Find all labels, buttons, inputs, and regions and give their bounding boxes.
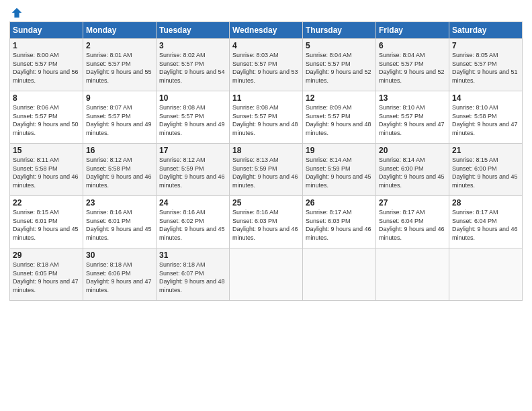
calendar-day-cell: 2Sunrise: 8:01 AMSunset: 5:57 PMDaylight… [83, 39, 157, 91]
day-info: Sunrise: 8:12 AMSunset: 5:58 PMDaylight:… [86, 156, 152, 189]
day-number: 26 [306, 198, 373, 208]
day-info: Sunrise: 8:03 AMSunset: 5:57 PMDaylight:… [232, 52, 298, 84]
day-info: Sunrise: 8:17 AMSunset: 6:04 PMDaylight:… [379, 209, 445, 241]
day-info: Sunrise: 8:17 AMSunset: 6:03 PMDaylight:… [306, 209, 371, 241]
day-number: 7 [452, 41, 519, 50]
calendar-day-cell: 31Sunrise: 8:18 AMSunset: 6:07 PMDayligh… [157, 248, 230, 301]
day-number: 29 [13, 250, 80, 260]
day-info: Sunrise: 8:16 AMSunset: 6:02 PMDaylight:… [159, 209, 225, 241]
day-info: Sunrise: 8:18 AMSunset: 6:07 PMDaylight:… [159, 261, 225, 293]
day-info: Sunrise: 8:14 AMSunset: 5:59 PMDaylight:… [306, 156, 371, 189]
calendar-day-cell: 25Sunrise: 8:16 AMSunset: 6:03 PMDayligh… [230, 196, 303, 248]
calendar-day-cell: 16Sunrise: 8:12 AMSunset: 5:58 PMDayligh… [83, 144, 157, 196]
day-number: 31 [159, 250, 226, 260]
calendar-day-cell: 5Sunrise: 8:04 AMSunset: 5:57 PMDaylight… [303, 39, 376, 91]
weekday-header: Friday [376, 22, 449, 39]
weekday-header: Monday [83, 22, 157, 39]
calendar-day-cell: 14Sunrise: 8:10 AMSunset: 5:58 PMDayligh… [449, 91, 523, 144]
day-info: Sunrise: 8:00 AMSunset: 5:57 PMDaylight:… [13, 52, 79, 84]
calendar-day-cell: 7Sunrise: 8:05 AMSunset: 5:57 PMDaylight… [449, 39, 523, 91]
calendar-day-cell: 23Sunrise: 8:16 AMSunset: 6:01 PMDayligh… [83, 196, 157, 248]
calendar-day-cell: 28Sunrise: 8:17 AMSunset: 6:04 PMDayligh… [449, 196, 523, 248]
day-info: Sunrise: 8:09 AMSunset: 5:57 PMDaylight:… [306, 104, 371, 136]
calendar-container: SundayMondayTuesdayWednesdayThursdayFrid… [0, 0, 532, 308]
day-number: 4 [232, 41, 300, 50]
calendar-table: SundayMondayTuesdayWednesdayThursdayFrid… [9, 21, 523, 301]
weekday-header: Thursday [303, 22, 376, 39]
day-number: 6 [379, 41, 446, 50]
day-info: Sunrise: 8:08 AMSunset: 5:57 PMDaylight:… [232, 104, 298, 136]
day-info: Sunrise: 8:06 AMSunset: 5:57 PMDaylight:… [13, 104, 79, 136]
header [9, 7, 523, 16]
day-info: Sunrise: 8:05 AMSunset: 5:57 PMDaylight:… [452, 52, 518, 84]
day-number: 21 [452, 146, 519, 155]
day-info: Sunrise: 8:15 AMSunset: 6:00 PMDaylight:… [452, 156, 518, 189]
day-number: 25 [232, 198, 300, 208]
day-info: Sunrise: 8:08 AMSunset: 5:57 PMDaylight:… [159, 104, 225, 136]
day-number: 24 [159, 198, 226, 208]
day-number: 13 [379, 93, 446, 103]
calendar-day-cell: 11Sunrise: 8:08 AMSunset: 5:57 PMDayligh… [230, 91, 303, 144]
calendar-day-cell: 6Sunrise: 8:04 AMSunset: 5:57 PMDaylight… [376, 39, 449, 91]
calendar-day-cell: 21Sunrise: 8:15 AMSunset: 6:00 PMDayligh… [449, 144, 523, 196]
day-number: 10 [159, 93, 226, 103]
calendar-day-cell: 24Sunrise: 8:16 AMSunset: 6:02 PMDayligh… [157, 196, 230, 248]
svg-marker-0 [12, 8, 21, 17]
day-info: Sunrise: 8:07 AMSunset: 5:57 PMDaylight:… [86, 104, 152, 136]
calendar-day-cell: 12Sunrise: 8:09 AMSunset: 5:57 PMDayligh… [303, 91, 376, 144]
calendar-week-row: 1Sunrise: 8:00 AMSunset: 5:57 PMDaylight… [10, 39, 523, 91]
day-number: 5 [306, 41, 373, 50]
day-info: Sunrise: 8:01 AMSunset: 5:57 PMDaylight:… [86, 52, 152, 84]
weekday-header: Tuesday [157, 22, 230, 39]
calendar-day-cell: 30Sunrise: 8:18 AMSunset: 6:06 PMDayligh… [83, 248, 157, 301]
day-number: 27 [379, 198, 446, 208]
day-number: 18 [232, 146, 300, 155]
weekday-header: Wednesday [230, 22, 303, 39]
calendar-day-cell: 10Sunrise: 8:08 AMSunset: 5:57 PMDayligh… [157, 91, 230, 144]
day-info: Sunrise: 8:04 AMSunset: 5:57 PMDaylight:… [306, 52, 371, 84]
day-info: Sunrise: 8:18 AMSunset: 6:05 PMDaylight:… [13, 261, 79, 293]
weekday-header: Sunday [10, 22, 83, 39]
day-info: Sunrise: 8:10 AMSunset: 5:57 PMDaylight:… [379, 104, 445, 136]
calendar-day-cell: 15Sunrise: 8:11 AMSunset: 5:58 PMDayligh… [10, 144, 83, 196]
day-info: Sunrise: 8:10 AMSunset: 5:58 PMDaylight:… [452, 104, 518, 136]
logo-icon [11, 7, 23, 19]
day-info: Sunrise: 8:14 AMSunset: 6:00 PMDaylight:… [379, 156, 445, 189]
calendar-day-cell: 1Sunrise: 8:00 AMSunset: 5:57 PMDaylight… [10, 39, 83, 91]
calendar-day-cell: 29Sunrise: 8:18 AMSunset: 6:05 PMDayligh… [10, 248, 83, 301]
calendar-day-cell [230, 248, 303, 301]
day-number: 28 [452, 198, 519, 208]
calendar-day-cell: 19Sunrise: 8:14 AMSunset: 5:59 PMDayligh… [303, 144, 376, 196]
day-number: 22 [13, 198, 80, 208]
day-number: 15 [13, 146, 80, 155]
day-number: 8 [13, 93, 80, 103]
calendar-week-row: 8Sunrise: 8:06 AMSunset: 5:57 PMDaylight… [10, 91, 523, 144]
calendar-day-cell: 22Sunrise: 8:15 AMSunset: 6:01 PMDayligh… [10, 196, 83, 248]
calendar-day-cell: 9Sunrise: 8:07 AMSunset: 5:57 PMDaylight… [83, 91, 157, 144]
day-number: 12 [306, 93, 373, 103]
calendar-day-cell: 4Sunrise: 8:03 AMSunset: 5:57 PMDaylight… [230, 39, 303, 91]
day-number: 2 [86, 41, 153, 50]
day-info: Sunrise: 8:13 AMSunset: 5:59 PMDaylight:… [232, 156, 298, 189]
weekday-header-row: SundayMondayTuesdayWednesdayThursdayFrid… [10, 22, 523, 39]
day-number: 19 [306, 146, 373, 155]
calendar-day-cell: 8Sunrise: 8:06 AMSunset: 5:57 PMDaylight… [10, 91, 83, 144]
day-number: 9 [86, 93, 153, 103]
day-info: Sunrise: 8:16 AMSunset: 6:01 PMDaylight:… [86, 209, 152, 241]
calendar-day-cell: 20Sunrise: 8:14 AMSunset: 6:00 PMDayligh… [376, 144, 449, 196]
day-number: 11 [232, 93, 300, 103]
logo [9, 7, 23, 16]
day-info: Sunrise: 8:17 AMSunset: 6:04 PMDaylight:… [452, 209, 518, 241]
calendar-day-cell [449, 248, 523, 301]
day-number: 3 [159, 41, 226, 50]
calendar-week-row: 29Sunrise: 8:18 AMSunset: 6:05 PMDayligh… [10, 248, 523, 301]
calendar-day-cell: 26Sunrise: 8:17 AMSunset: 6:03 PMDayligh… [303, 196, 376, 248]
day-info: Sunrise: 8:12 AMSunset: 5:59 PMDaylight:… [159, 156, 225, 189]
day-info: Sunrise: 8:18 AMSunset: 6:06 PMDaylight:… [86, 261, 152, 293]
day-info: Sunrise: 8:04 AMSunset: 5:57 PMDaylight:… [379, 52, 445, 84]
day-number: 14 [452, 93, 519, 103]
calendar-week-row: 22Sunrise: 8:15 AMSunset: 6:01 PMDayligh… [10, 196, 523, 248]
weekday-header: Saturday [449, 22, 523, 39]
calendar-day-cell: 17Sunrise: 8:12 AMSunset: 5:59 PMDayligh… [157, 144, 230, 196]
day-info: Sunrise: 8:11 AMSunset: 5:58 PMDaylight:… [13, 156, 79, 189]
